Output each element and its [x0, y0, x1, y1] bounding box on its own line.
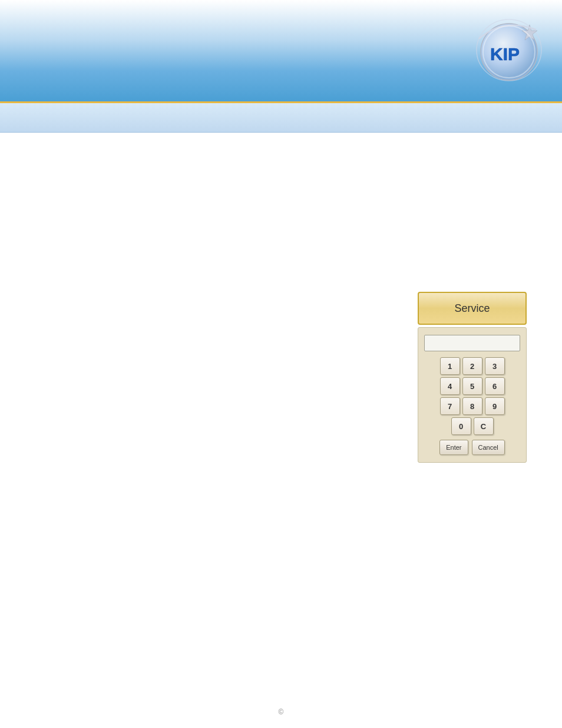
key-8[interactable]: 8: [462, 397, 482, 415]
keypad-container: 1 2 3 4 5 6 7 8 9 0: [418, 327, 527, 463]
keypad-display: [424, 335, 520, 351]
key-4[interactable]: 4: [440, 377, 460, 395]
key-6[interactable]: 6: [485, 377, 505, 395]
sub-header: [0, 103, 562, 133]
keypad-actions: Enter Cancel: [424, 440, 520, 455]
cancel-button[interactable]: Cancel: [472, 440, 505, 455]
keypad-row-1: 1 2 3: [440, 357, 505, 375]
header: KIP: [0, 0, 562, 103]
service-title-button[interactable]: Service: [418, 292, 527, 325]
key-5[interactable]: 5: [462, 377, 482, 395]
key-2[interactable]: 2: [462, 357, 482, 375]
footer: ©: [0, 708, 562, 716]
main-content: Service 1 2 3 4 5 6: [0, 133, 562, 699]
keypad-row-3: 7 8 9: [440, 397, 505, 415]
key-1[interactable]: 1: [440, 357, 460, 375]
keypad-row-4: 0 C: [451, 417, 494, 435]
key-3[interactable]: 3: [485, 357, 505, 375]
key-9[interactable]: 9: [485, 397, 505, 415]
key-clear[interactable]: C: [474, 417, 494, 435]
copyright-text: ©: [279, 708, 284, 716]
service-dialog: Service 1 2 3 4 5 6: [418, 292, 527, 463]
enter-button[interactable]: Enter: [439, 440, 468, 455]
key-7[interactable]: 7: [440, 397, 460, 415]
key-0[interactable]: 0: [451, 417, 471, 435]
keypad-grid: 1 2 3 4 5 6 7 8 9 0: [424, 357, 520, 435]
svg-text:KIP: KIP: [490, 44, 520, 64]
keypad-row-2: 4 5 6: [440, 377, 505, 395]
kip-logo: KIP: [468, 12, 550, 88]
